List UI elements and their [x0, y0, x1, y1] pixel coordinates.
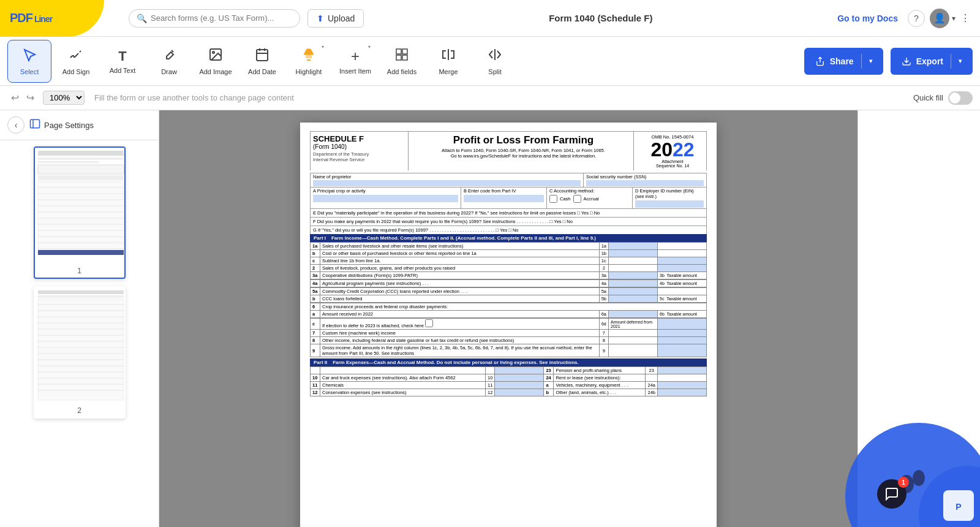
share-button[interactable]: Share ▾: [804, 48, 883, 75]
field-10[interactable]: [495, 374, 544, 382]
field-6d[interactable]: [658, 319, 707, 330]
field-6a[interactable]: [609, 311, 658, 318]
svg-rect-48: [38, 250, 124, 255]
b-field[interactable]: [464, 195, 544, 202]
field-2-right[interactable]: [658, 265, 707, 272]
field-5a[interactable]: [609, 288, 658, 295]
page-thumb-2[interactable]: 2: [34, 286, 126, 419]
merge-tool[interactable]: Merge: [426, 40, 470, 83]
svg-rect-51: [38, 295, 124, 298]
svg-line-15: [172, 50, 173, 52]
abcd-row: A Principal crop or activity B Enter cod…: [310, 187, 707, 208]
redo-button[interactable]: ↪: [23, 89, 38, 106]
svg-line-14: [80, 51, 81, 52]
page-thumb-1[interactable]: 1: [34, 146, 126, 279]
field-23[interactable]: [658, 367, 707, 374]
add-sign-icon: [69, 47, 83, 66]
add-image-icon: [208, 47, 223, 66]
field-7[interactable]: [658, 330, 707, 337]
field-5a-right: [658, 288, 707, 295]
field-5b[interactable]: [609, 295, 658, 303]
field-4a[interactable]: [609, 280, 658, 287]
row-6a: a Amount received in 2022 6a 6b Taxable …: [311, 311, 707, 318]
draw-tool[interactable]: Draw: [147, 40, 191, 83]
d-field[interactable]: [635, 200, 704, 208]
name-field[interactable]: [313, 180, 581, 186]
d-label: D Employer ID number (EIN) (see instr.): [635, 188, 704, 199]
f-row: F Did you make any payments in 2022 that…: [310, 217, 707, 226]
expense-field-empty[interactable]: [495, 367, 544, 374]
field-24a[interactable]: [658, 382, 707, 389]
accrual-label: Accrual: [584, 196, 599, 202]
add-image-label: Add Image: [199, 68, 232, 75]
quick-fill-toggle[interactable]: [948, 91, 973, 105]
add-fields-label: Add fields: [387, 68, 417, 75]
add-text-tool[interactable]: T Add Text: [100, 40, 145, 83]
ssn-label: Social security number (SSN): [586, 174, 646, 180]
page-settings-button[interactable]: Page Settings: [29, 118, 94, 132]
document-page: SCHEDULE F (Form 1040) Department of the…: [300, 123, 717, 527]
svg-rect-27: [402, 55, 407, 60]
highlight-tool[interactable]: Highlight ▾: [287, 40, 331, 83]
field-3a[interactable]: [609, 272, 658, 279]
add-sign-tool[interactable]: Add Sign: [54, 40, 98, 83]
defer-checkbox[interactable]: [425, 319, 433, 327]
field-9[interactable]: [658, 344, 707, 357]
e-row: E Did you "materially participate" in th…: [310, 208, 707, 217]
row-1c: c Subtract line 1b from line 1a. 1c: [311, 257, 707, 265]
field-1c-right[interactable]: [658, 257, 707, 265]
attach-line2: Go to www.irs.gov/ScheduleF for instruct…: [416, 153, 631, 159]
accrual-checkbox[interactable]: [573, 195, 581, 203]
b-label: B Enter code from Part IV: [464, 188, 544, 194]
search-bar[interactable]: 🔍: [129, 9, 300, 28]
add-fields-icon: [394, 47, 409, 66]
field-24b[interactable]: [658, 389, 707, 396]
upload-button[interactable]: ⬆ Upload: [307, 9, 364, 28]
field-8[interactable]: [658, 337, 707, 344]
insert-item-label: Insert Item: [339, 67, 371, 75]
document-area[interactable]: SCHEDULE F (Form 1040) Department of the…: [159, 110, 858, 527]
svg-rect-18: [257, 50, 268, 61]
field-1a[interactable]: [609, 243, 658, 250]
row-6c: c If election to defer to 2023 is attach…: [311, 319, 707, 330]
field-12[interactable]: [495, 389, 544, 396]
row-9: 9 Gross income. Add amounts in the right…: [311, 344, 707, 357]
undo-button[interactable]: ↩: [7, 89, 23, 106]
split-icon: [488, 47, 502, 66]
merge-label: Merge: [439, 68, 458, 75]
chat-bubble[interactable]: 1: [877, 479, 907, 509]
svg-point-17: [213, 51, 214, 53]
user-avatar[interactable]: 👤: [930, 9, 949, 28]
part2-header-bar: Part II Farm Expenses—Cash and Accrual M…: [310, 358, 707, 366]
share-divider: [861, 54, 862, 69]
split-tool[interactable]: Split: [473, 40, 517, 83]
go-to-docs-link[interactable]: Go to my Docs: [837, 13, 898, 23]
help-button[interactable]: ?: [908, 10, 925, 27]
user-chevron-icon[interactable]: ▾: [952, 14, 956, 23]
add-fields-tool[interactable]: Add fields: [380, 40, 424, 83]
zoom-select[interactable]: 100% 75% 125% 150%: [43, 91, 85, 105]
more-options-icon[interactable]: ⋮: [960, 12, 970, 24]
field-1c: [609, 257, 658, 265]
toolbar: Select Add Sign T Add Text Draw: [0, 37, 980, 86]
add-date-tool[interactable]: Add Date: [240, 40, 284, 83]
select-tool[interactable]: Select: [7, 40, 51, 83]
field-1b[interactable]: [609, 250, 658, 257]
insert-item-tool[interactable]: + Insert Item ▾: [333, 40, 377, 83]
row-11: 11 Chemicals 11 a Vehicles, machinery, e…: [311, 382, 707, 389]
attach-line1: Attach to Form 1040, Form 1040-SR, Form …: [416, 148, 631, 153]
export-button[interactable]: Export ▾: [891, 48, 973, 75]
insert-item-icon: +: [351, 48, 360, 65]
cash-checkbox[interactable]: [549, 195, 557, 203]
svg-rect-32: [38, 157, 124, 160]
search-input[interactable]: [151, 13, 292, 23]
ssn-field[interactable]: [586, 180, 704, 186]
quick-fill-label: Quick fill: [913, 93, 943, 102]
add-image-tool[interactable]: Add Image: [194, 40, 238, 83]
select-icon: [22, 47, 37, 66]
a-field[interactable]: [313, 195, 458, 202]
field-11[interactable]: [495, 382, 544, 389]
export-icon: [902, 56, 911, 66]
collapse-sidebar-button[interactable]: ‹: [7, 116, 24, 134]
page-settings-icon: [29, 118, 40, 132]
